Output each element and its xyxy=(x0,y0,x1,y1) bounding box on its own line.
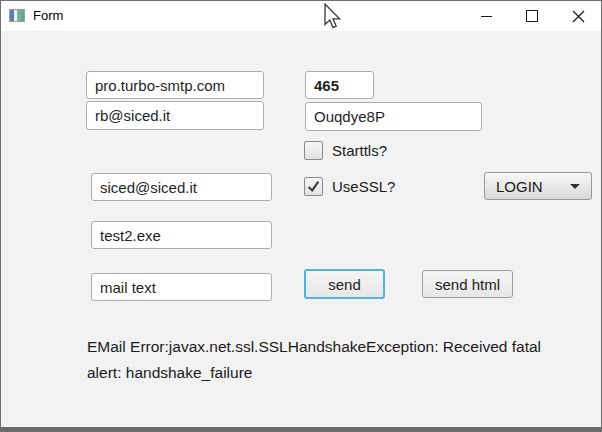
send-html-button[interactable]: send html xyxy=(422,270,513,298)
window-title: Form xyxy=(33,1,63,31)
starttls-label[interactable]: Starttls? xyxy=(332,142,387,159)
send-button-label: send xyxy=(328,276,361,293)
password-input[interactable] xyxy=(305,102,482,131)
from-address-input[interactable] xyxy=(91,173,272,201)
app-icon xyxy=(9,9,25,22)
form-content: Starttls? UseSSL? LOGIN send send html E… xyxy=(2,31,600,430)
close-button[interactable] xyxy=(561,1,595,31)
minimize-button[interactable] xyxy=(469,1,503,31)
bottom-edge xyxy=(1,427,601,431)
usessl-label[interactable]: UseSSL? xyxy=(332,178,395,195)
starttls-checkbox[interactable]: Starttls? xyxy=(304,141,387,160)
checkbox-box-icon[interactable] xyxy=(304,177,323,196)
auth-method-selected-value: LOGIN xyxy=(496,178,543,195)
close-icon xyxy=(572,10,585,23)
auth-method-dropdown[interactable]: LOGIN xyxy=(484,172,592,200)
chevron-down-icon xyxy=(570,184,580,189)
checkbox-box-icon[interactable] xyxy=(304,141,323,160)
attachment-input[interactable] xyxy=(91,221,272,249)
smtp-port-input[interactable] xyxy=(305,71,374,99)
checkmark-icon xyxy=(306,179,321,194)
form-window: Form Starttls? xyxy=(0,0,602,432)
mail-text-input[interactable] xyxy=(91,273,272,301)
minimize-icon xyxy=(481,16,492,17)
usessl-checkbox[interactable]: UseSSL? xyxy=(304,177,395,196)
maximize-button[interactable] xyxy=(515,1,549,31)
username-input[interactable] xyxy=(86,101,264,130)
smtp-host-input[interactable] xyxy=(86,71,264,99)
titlebar[interactable]: Form xyxy=(1,1,601,31)
maximize-icon xyxy=(526,10,538,22)
send-button[interactable]: send xyxy=(304,269,385,299)
error-message: EMail Error:javax.net.ssl.SSLHandshakeEx… xyxy=(87,334,545,386)
send-html-button-label: send html xyxy=(435,276,500,293)
